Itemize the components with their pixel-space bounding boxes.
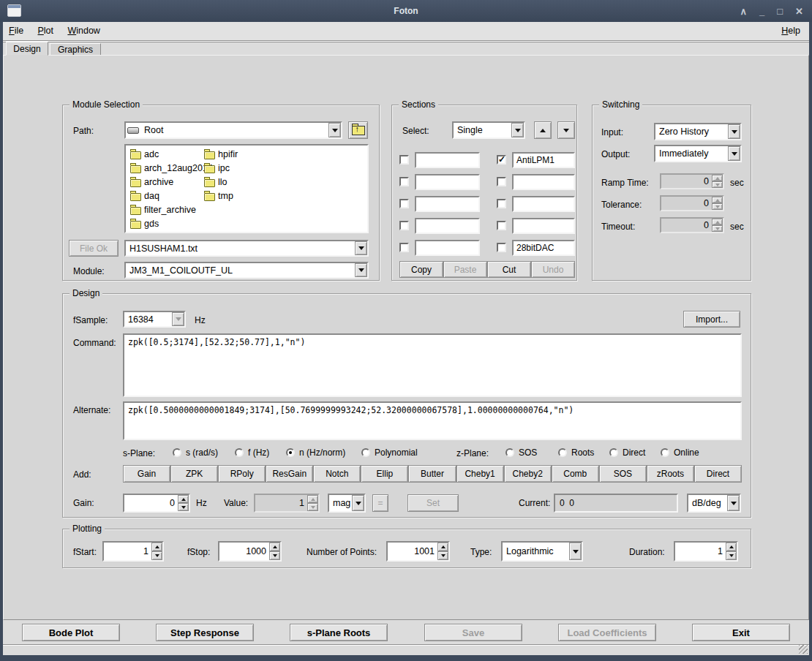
section-name-field-6[interactable]: AntiLPM1 bbox=[512, 152, 575, 168]
add-cheby2-button[interactable]: Cheby2 bbox=[504, 465, 552, 483]
splane-roots-button[interactable]: s-Plane Roots bbox=[290, 624, 388, 641]
section-name-field-1[interactable] bbox=[415, 152, 480, 168]
section-move-up-button[interactable] bbox=[534, 121, 552, 139]
section-checkbox-7[interactable] bbox=[497, 177, 506, 186]
folder-item[interactable]: filter_archive bbox=[130, 205, 196, 217]
add-zroots-button[interactable]: zRoots bbox=[647, 465, 694, 483]
input-combobox[interactable]: Zero History bbox=[654, 123, 742, 140]
spin-up-icon[interactable] bbox=[712, 175, 723, 181]
output-combobox[interactable]: Immediately bbox=[654, 145, 742, 162]
cut-button[interactable]: Cut bbox=[487, 261, 531, 278]
section-checkbox-4[interactable] bbox=[399, 221, 409, 230]
unit-dropdown-arrow[interactable] bbox=[727, 495, 740, 511]
fstart-spinner[interactable]: 1 bbox=[102, 541, 164, 562]
command-textarea[interactable]: zpk([0.5;3174],[52.32;50.77],1,"n") bbox=[123, 333, 742, 397]
import-button[interactable]: Import... bbox=[683, 311, 740, 328]
shade-icon[interactable]: ∧ bbox=[740, 7, 747, 16]
menu-window[interactable]: Window bbox=[61, 22, 105, 36]
section-name-field-5[interactable] bbox=[415, 240, 480, 256]
menu-help[interactable]: Help bbox=[775, 22, 806, 36]
radio-polynomial[interactable]: Polynomial bbox=[361, 447, 418, 458]
step-response-button[interactable]: Step Response bbox=[156, 624, 254, 641]
load-coefficients-button[interactable]: Load Coefficients bbox=[558, 624, 656, 641]
section-name-field-8[interactable] bbox=[512, 196, 575, 212]
add-sos-button[interactable]: SOS bbox=[599, 465, 647, 483]
up-directory-button[interactable] bbox=[348, 121, 368, 139]
add-gain-button[interactable]: Gain bbox=[123, 465, 170, 483]
section-name-field-7[interactable] bbox=[512, 174, 575, 190]
section-checkbox-3[interactable] bbox=[399, 199, 409, 208]
spin-up-icon[interactable] bbox=[269, 543, 280, 551]
bode-plot-button[interactable]: Bode Plot bbox=[22, 624, 120, 641]
ramp-time-spinner[interactable]: 0 bbox=[660, 173, 724, 189]
maximize-icon[interactable]: □ bbox=[777, 7, 783, 16]
section-checkbox-5[interactable] bbox=[399, 243, 409, 252]
section-checkbox-1[interactable] bbox=[399, 155, 409, 165]
section-name-field-4[interactable] bbox=[415, 218, 480, 234]
path-combobox[interactable]: Root bbox=[124, 121, 342, 139]
resize-grip-icon[interactable] bbox=[799, 645, 808, 654]
spin-up-icon[interactable] bbox=[712, 219, 723, 225]
radio-n-hznorm[interactable]: n (Hz/norm) bbox=[286, 447, 345, 458]
spin-up-icon[interactable] bbox=[726, 543, 737, 551]
spin-up-icon[interactable] bbox=[712, 197, 723, 203]
radio-s-rad[interactable]: s (rad/s) bbox=[173, 447, 218, 458]
add-cheby1-button[interactable]: Cheby1 bbox=[456, 465, 504, 483]
file-dropdown-arrow[interactable] bbox=[355, 241, 367, 255]
section-checkbox-6[interactable] bbox=[497, 155, 506, 165]
spin-down-icon[interactable] bbox=[712, 181, 723, 188]
radio-direct[interactable]: Direct bbox=[609, 447, 645, 458]
add-direct-button[interactable]: Direct bbox=[694, 465, 742, 483]
tolerance-spinner[interactable]: 0 bbox=[660, 195, 724, 211]
section-name-field-10[interactable]: 28bitDAC bbox=[512, 240, 575, 256]
input-dropdown-arrow[interactable] bbox=[728, 124, 740, 139]
add-butter-button[interactable]: Butter bbox=[408, 465, 456, 483]
menu-file[interactable]: File bbox=[3, 22, 29, 36]
spin-down-icon[interactable] bbox=[726, 551, 737, 560]
folder-item[interactable]: tmp bbox=[204, 191, 233, 203]
unit-combobox[interactable]: dB/deg bbox=[687, 494, 741, 513]
folder-item[interactable]: adc bbox=[130, 149, 159, 162]
set-button[interactable]: Set bbox=[407, 494, 459, 512]
tab-graphics[interactable]: Graphics bbox=[50, 43, 101, 56]
titlebar[interactable]: Foton ∧ _ □ ✕ bbox=[0, 0, 812, 22]
type-combobox[interactable]: Logarithmic bbox=[501, 541, 583, 562]
fsample-combobox[interactable]: 16384 bbox=[123, 311, 186, 328]
folder-item[interactable]: gds bbox=[130, 219, 159, 231]
mag-dropdown-arrow[interactable] bbox=[352, 495, 364, 511]
add-notch-button[interactable]: Notch bbox=[313, 465, 361, 483]
file-combobox[interactable]: H1SUSHAM1.txt bbox=[124, 240, 369, 257]
spin-down-icon[interactable] bbox=[437, 551, 448, 560]
section-select-combobox[interactable]: Single bbox=[452, 121, 525, 139]
folder-item[interactable]: ipc bbox=[204, 163, 230, 175]
radio-f-hz[interactable]: f (Hz) bbox=[235, 447, 269, 458]
folder-list[interactable]: adc arch_12aug2014 archive daq filter_ar… bbox=[124, 144, 369, 233]
radio-online[interactable]: Online bbox=[661, 447, 699, 458]
exit-button[interactable]: Exit bbox=[692, 624, 790, 641]
section-select-dropdown-arrow[interactable] bbox=[511, 123, 524, 137]
radio-roots[interactable]: Roots bbox=[558, 447, 594, 458]
output-dropdown-arrow[interactable] bbox=[728, 146, 740, 161]
fstop-spinner[interactable]: 1000 bbox=[218, 541, 282, 562]
path-dropdown-arrow[interactable] bbox=[328, 123, 341, 137]
folder-item[interactable]: hpifir bbox=[204, 149, 238, 162]
undo-button[interactable]: Undo bbox=[531, 261, 575, 278]
tab-design[interactable]: Design bbox=[6, 42, 48, 56]
spin-up-icon[interactable] bbox=[178, 495, 189, 503]
spin-down-icon[interactable] bbox=[269, 551, 280, 560]
module-dropdown-arrow[interactable] bbox=[355, 263, 367, 277]
section-checkbox-8[interactable] bbox=[497, 199, 506, 208]
copy-button[interactable]: Copy bbox=[399, 261, 443, 278]
paste-button[interactable]: Paste bbox=[443, 261, 487, 278]
section-name-field-2[interactable] bbox=[415, 174, 480, 190]
duration-spinner[interactable]: 1 bbox=[674, 541, 738, 562]
menu-plot[interactable]: Plot bbox=[32, 22, 60, 36]
add-zpk-button[interactable]: ZPK bbox=[170, 465, 218, 483]
folder-item[interactable]: archive bbox=[130, 177, 173, 189]
folder-item[interactable]: arch_12aug2014 bbox=[130, 163, 213, 175]
add-rpoly-button[interactable]: RPoly bbox=[218, 465, 266, 483]
gain-spinner[interactable]: 0 bbox=[123, 494, 190, 513]
timeout-spinner[interactable]: 0 bbox=[660, 217, 724, 233]
equals-button[interactable]: = bbox=[372, 494, 388, 512]
value-spinner[interactable]: 1 bbox=[254, 494, 320, 513]
